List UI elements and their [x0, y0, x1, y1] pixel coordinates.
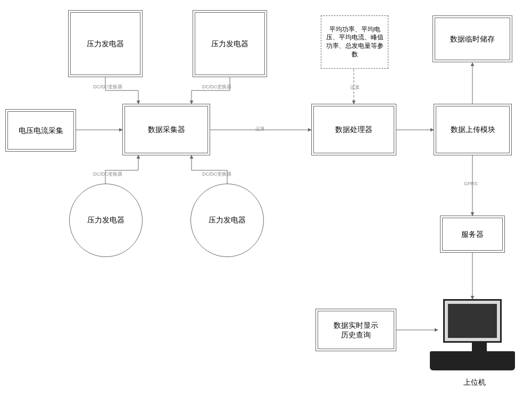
node-data-processor: 数据处理器 — [311, 104, 396, 155]
node-label: 压力发电器 — [87, 216, 124, 225]
host-caption: 上位机 — [453, 378, 496, 387]
edge-label-dcdc: DC/DC变换器 — [202, 171, 232, 178]
node-label: 数据上传模块 — [451, 125, 495, 134]
node-generator-top-right: 压力发电器 — [193, 10, 267, 77]
node-generator-bottom-right: 压力发电器 — [190, 184, 264, 257]
caption-text: 上位机 — [463, 378, 486, 386]
edge-label-calc: 运算 — [350, 84, 360, 91]
node-label: 压力发电器 — [209, 216, 246, 225]
node-label: 数据实时显示 历史查询 — [334, 320, 378, 340]
edge-label-dcdc: DC/DC变换器 — [93, 171, 123, 178]
node-data-collector: 数据采集器 — [122, 104, 210, 155]
node-display: 数据实时显示 历史查询 — [315, 309, 396, 351]
node-label: 压力发电器 — [211, 39, 248, 48]
node-generator-top-left: 压力发电器 — [68, 10, 143, 77]
host-computer-icon — [443, 299, 515, 370]
edge-label-dcdc: DC/DC变换器 — [202, 84, 232, 90]
node-temp-store: 数据临时储存 — [433, 15, 512, 62]
node-label: 数据采集器 — [148, 125, 185, 134]
edge-label-calc: 运算 — [255, 126, 265, 133]
node-params-note: 平均功率、平均电压、平均电流、峰值功率、总发电量等参数 — [321, 15, 388, 69]
node-label: 数据临时储存 — [450, 34, 495, 44]
node-label: 电压电流采集 — [19, 126, 63, 135]
node-label: 压力发电器 — [87, 39, 124, 48]
edge-label-gprs: GPRS — [464, 181, 478, 186]
diagram-canvas: 压力发电器 压力发电器 平均功率、平均电压、平均电流、峰值功率、总发电量等参数 … — [0, 0, 532, 397]
node-label: 服务器 — [461, 229, 484, 239]
node-generator-bottom-left: 压力发电器 — [69, 184, 143, 257]
node-label: 平均功率、平均电压、平均电流、峰值功率、总发电量等参数 — [325, 26, 385, 59]
edge-label-dcdc: DC/DC变换器 — [93, 84, 123, 90]
node-vi-collect: 电压电流采集 — [5, 109, 76, 152]
node-label: 数据处理器 — [335, 125, 372, 134]
node-server: 服务器 — [440, 216, 505, 253]
node-data-uploader: 数据上传模块 — [434, 104, 512, 155]
